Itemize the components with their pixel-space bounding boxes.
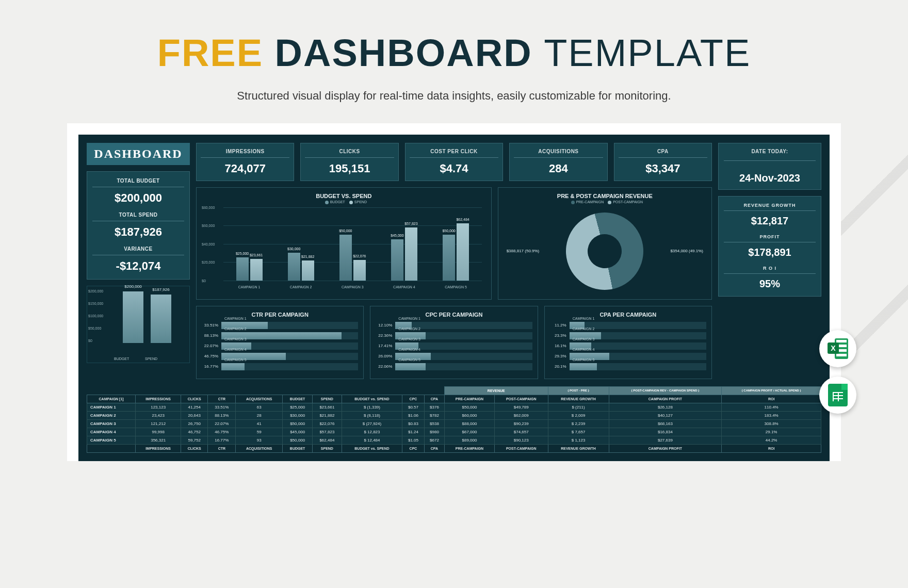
table-header: POST-CAMPAIGN bbox=[494, 395, 548, 403]
hbar: 22.06%CAMPAIGN 5 bbox=[376, 363, 532, 370]
table-header: CAMPAIGN PROFIT bbox=[609, 395, 722, 403]
table-footer: SPEND bbox=[313, 444, 342, 452]
date-value: 24-Nov-2023 bbox=[724, 172, 816, 184]
table-row: CAMPAIGN 223,42320,64388.13%28$30,000$21… bbox=[87, 411, 821, 419]
bvs-pair: $50,000$22,076 bbox=[339, 235, 366, 281]
dashboard-label: DASHBOARD bbox=[87, 143, 190, 165]
table-header: ACQUISITIONS bbox=[236, 395, 283, 403]
dashboard-frame: DASHBOARD TOTAL BUDGET$200,000 TOTAL SPE… bbox=[67, 123, 841, 461]
table-footer: IMPRESSIONS bbox=[136, 444, 181, 452]
excel-icon[interactable]: X bbox=[819, 330, 856, 367]
campaign-table: REVENUE( POST - PRE )( POST-CAMPAIGN REV… bbox=[87, 386, 821, 453]
bvs-pair: $45,000$57,823 bbox=[391, 227, 417, 281]
table-header: CPC bbox=[402, 395, 425, 403]
ctr-per-campaign: CTR PER CAMPAIGN33.51%CAMPAIGN 188.13%CA… bbox=[196, 306, 364, 379]
revenue-summary: REVENUE GROWTH$12,817 PROFIT$178,891 R O… bbox=[718, 196, 821, 297]
variance-label: VARIANCE bbox=[92, 246, 184, 255]
mini-bar: $187,926 bbox=[151, 295, 171, 343]
table-footer: CAMPAIGN PROFIT bbox=[609, 444, 722, 452]
table-footer: ROI bbox=[722, 444, 821, 452]
table-header: CLICKS bbox=[181, 395, 208, 403]
table-footer: PRE-CAMPAIGN bbox=[445, 444, 495, 452]
bvs-pair: $25,000$23,661 bbox=[236, 257, 263, 280]
pre-post-revenue-chart: PRE & POST CAMPAIGN REVENUE PRE-CAMPAIGN… bbox=[498, 187, 712, 300]
variance-value: -$12,074 bbox=[92, 259, 184, 273]
table-header: CAMPAIGN [1] bbox=[87, 395, 136, 403]
revenue-growth-value: $12,817 bbox=[724, 215, 816, 227]
table-header: CPA bbox=[424, 395, 444, 403]
hbar: 16.77%CAMPAIGN 5 bbox=[202, 363, 358, 370]
subtitle: Structured visual display for real-time … bbox=[67, 89, 841, 103]
kpi-tile: IMPRESSIONS724,077 bbox=[196, 143, 294, 181]
kpi-tile: ACQUISITIONS284 bbox=[509, 143, 607, 181]
table-header: IMPRESSIONS bbox=[136, 395, 181, 403]
bvs-pair: $30,000$21,882 bbox=[288, 253, 314, 280]
table-footer: CLICKS bbox=[181, 444, 208, 452]
table-footer: ACQUISITIONS bbox=[236, 444, 283, 452]
total-budget-label: TOTAL BUDGET bbox=[92, 178, 184, 187]
sheets-icon[interactable] bbox=[819, 377, 856, 414]
hero-word-template: TEMPLATE bbox=[544, 31, 751, 74]
kpi-tile: CLICKS195,151 bbox=[300, 143, 398, 181]
table-footer: REVENUE GROWTH bbox=[548, 444, 609, 452]
hero-word-free: FREE bbox=[157, 31, 263, 74]
hero-word-dashboard: DASHBOARD bbox=[275, 31, 532, 74]
donut-chart bbox=[557, 204, 652, 299]
table-header: REVENUE GROWTH bbox=[548, 395, 609, 403]
total-spend-label: TOTAL SPEND bbox=[92, 212, 184, 221]
table-header: SPEND bbox=[313, 395, 342, 403]
kpi-tile: COST PER CLICK$4.74 bbox=[405, 143, 503, 181]
total-spend-value: $187,926 bbox=[92, 225, 184, 239]
date-today: DATE TODAY: 24-Nov-2023 bbox=[718, 143, 821, 190]
table-footer: BUDGET bbox=[283, 444, 313, 452]
table-row: CAMPAIGN 1123,12341,25433.51%63$25,000$2… bbox=[87, 403, 821, 411]
table-footer: CPA bbox=[424, 444, 444, 452]
table-header: BUDGET bbox=[283, 395, 313, 403]
cpa-per-campaign: CPA PER CAMPAIGN11.2%CAMPAIGN 123.3%CAMP… bbox=[544, 306, 712, 379]
kpi-tile: CPA$3,347 bbox=[614, 143, 712, 181]
table-header: CTR bbox=[208, 395, 236, 403]
revenue-header: REVENUE bbox=[445, 386, 548, 395]
total-budget-value: $200,000 bbox=[92, 191, 184, 205]
budget-summary: TOTAL BUDGET$200,000 TOTAL SPEND$187,926… bbox=[87, 171, 190, 280]
table-header: PRE-CAMPAIGN bbox=[445, 395, 495, 403]
table-row: CAMPAIGN 3121,21226,75022.07%41$50,000$2… bbox=[87, 419, 821, 428]
mini-bar: $200,000 bbox=[123, 291, 143, 343]
table-footer: CPC bbox=[402, 444, 425, 452]
bvs-pair: $50,000$62,484 bbox=[443, 223, 469, 281]
pie-label-post: $354,000 (49.1%) bbox=[670, 249, 703, 253]
profit-value: $178,891 bbox=[724, 247, 816, 258]
table-footer: CTR bbox=[208, 444, 236, 452]
table-header: BUDGET vs. SPEND bbox=[342, 395, 402, 403]
budget-vs-spend-chart: BUDGET VS. SPEND BUDGETSPEND $80,000$60,… bbox=[196, 187, 492, 300]
table-footer: POST-CAMPAIGN bbox=[494, 444, 548, 452]
table-row: CAMPAIGN 5356,32159,75216.77%93$50,000$6… bbox=[87, 436, 821, 444]
cpc-per-campaign: CPC PER CAMPAIGN12.10%CAMPAIGN 122.36%CA… bbox=[370, 306, 538, 379]
pie-label-pre: $388,817 (50.9%) bbox=[507, 249, 540, 253]
table-footer: BUDGET vs. SPEND bbox=[342, 444, 402, 452]
hbar: 20.1%CAMPAIGN 5 bbox=[550, 363, 706, 370]
mini-budget-chart: $200,000 $150,000 $100,000 $50,000 $0 $2… bbox=[87, 286, 190, 363]
table-footer bbox=[87, 444, 136, 452]
table-row: CAMPAIGN 499,99846,75246.75%59$45,000$57… bbox=[87, 428, 821, 436]
roi-value: 95% bbox=[724, 278, 816, 290]
table-header: ROI bbox=[722, 395, 821, 403]
hero-title: FREE DASHBOARD TEMPLATE bbox=[67, 31, 841, 75]
